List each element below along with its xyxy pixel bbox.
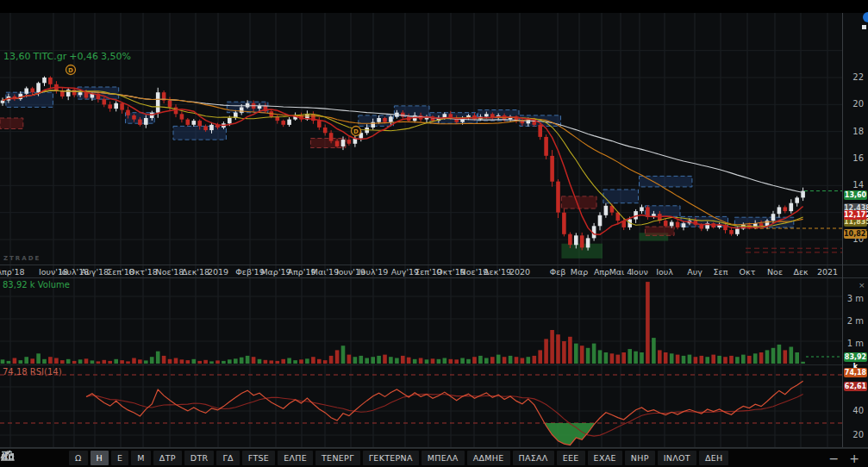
- price-badge-ma-orange-value: 10,827: [844, 229, 867, 239]
- x-axis-tick-label: 2019: [208, 267, 228, 277]
- x-axis-tick-label: Απρ: [594, 267, 609, 277]
- x-axis-tick-label: Οκτ'18: [128, 267, 158, 277]
- price-axis-tick-label: 22: [843, 72, 864, 82]
- x-axis-tick-label: Αυγ: [687, 267, 703, 277]
- timeframe-button-Ω[interactable]: Ω: [69, 451, 88, 465]
- price-axis-tick-label: 14: [843, 180, 864, 190]
- timeframe-button-Μ[interactable]: Μ: [131, 451, 151, 465]
- volume-last-value: 83,92 k: [3, 280, 35, 290]
- ticker-change-pct: 3,50%: [101, 51, 131, 62]
- volume-indicator-name: Volume: [38, 280, 70, 290]
- bar-chart-icon[interactable]: [798, 451, 819, 466]
- rsi-indicator-name: RSI(14): [30, 367, 62, 377]
- symbol-button-ΝΗΡ[interactable]: ΝΗΡ: [625, 451, 655, 465]
- rsi-badge-rsi-value: 74,18: [844, 368, 867, 377]
- symbol-button-ΑΔΜΗΕ[interactable]: ΑΔΜΗΕ: [467, 451, 510, 465]
- symbol-button-ΤΕΝΕΡΓ[interactable]: ΤΕΝΕΡΓ: [315, 451, 360, 465]
- x-axis-tick-label: Ιουλ: [656, 267, 673, 277]
- x-axis-tick-label: Απρ'18: [0, 267, 24, 277]
- symbol-button-ΜΠΕΛΑ[interactable]: ΜΠΕΛΑ: [422, 451, 465, 465]
- bottom-toolbar: i ΩΗΕΜΔΤΡDTRΓΔFTSEΕΛΠΕΤΕΝΕΡΓΓΕΚΤΕΡΝΑΜΠΕΛ…: [0, 448, 868, 467]
- x-axis-tick-label: Ιουν: [631, 267, 647, 277]
- symbol-button-ΔΕΗ[interactable]: ΔΕΗ: [699, 451, 729, 465]
- x-axis-tick-label: Μαρ'19: [260, 267, 290, 277]
- rsi-pane-label: 74,18 RSI(14): [3, 367, 62, 377]
- edge-widget-icon[interactable]: [863, 12, 868, 22]
- edge-marker: [862, 25, 866, 29]
- indicator-list-icon[interactable]: [47, 451, 67, 466]
- rsi-last-value: 74,18: [3, 367, 28, 377]
- symbol-button-ΓΔ[interactable]: ΓΔ: [216, 451, 239, 465]
- price-badge-ma-red-value: 12,172: [844, 210, 867, 220]
- draw-tool-icon[interactable]: [24, 451, 45, 466]
- x-axis-tick-label: Φεβ: [550, 267, 566, 277]
- x-axis-tick-label: Μαι'19: [311, 267, 339, 277]
- timeframe-button-Η[interactable]: Η: [91, 451, 109, 465]
- symbol-button-ΕΕΕ[interactable]: ΕΕΕ: [557, 451, 585, 465]
- price-axis-tick-label: 20: [843, 99, 864, 109]
- platform-watermark: ZTRADE: [3, 255, 41, 262]
- x-axis-tick-label: Νοε'18: [156, 267, 184, 277]
- x-axis-tick-label: 2021: [817, 267, 838, 277]
- symbol-button-ΕΧΑΕ[interactable]: ΕΧΑΕ: [588, 451, 622, 465]
- symbol-button-ΕΛΠΕ[interactable]: ΕΛΠΕ: [278, 451, 313, 465]
- volume-axis-tick-label: 3 m: [843, 294, 864, 303]
- rsi-axis-tick-label: 20: [843, 430, 864, 439]
- volume-axis-tick-label: 2 m: [843, 316, 864, 326]
- ticker-price: 13,60: [3, 51, 31, 62]
- timeframe-button-Ε[interactable]: Ε: [111, 451, 128, 465]
- symbol-button-DTR[interactable]: DTR: [184, 451, 215, 465]
- rsi-axis-tick-label: 40: [843, 406, 864, 415]
- x-axis-tick-label: Σεπ: [714, 267, 728, 277]
- x-axis-tick-label: Δεκ: [793, 267, 808, 277]
- line-chart-icon[interactable]: [772, 451, 793, 466]
- ticker-readout: 13,60TITC.gr+0,463,50%: [3, 51, 134, 62]
- x-axis-tick-label: Οκτ: [740, 267, 756, 277]
- symbol-button-ΠΑΣΑΛ[interactable]: ΠΑΣΑΛ: [513, 451, 554, 465]
- x-axis-tick-label: Δεκ'18: [182, 267, 209, 277]
- ticker-change: +0,46: [69, 51, 98, 62]
- price-axis-tick-label: 18: [843, 127, 864, 136]
- x-axis-tick-label: Δεκ'19: [484, 267, 511, 277]
- x-axis-tick-label: Αυγ'18: [81, 267, 109, 277]
- volume-pane-label: 83,92 k Volume: [3, 280, 70, 290]
- symbol-button-ΙΝΛΟΤ[interactable]: ΙΝΛΟΤ: [658, 451, 696, 465]
- x-axis-tick-label: 2020: [509, 267, 530, 277]
- rsi-badge-rsi-signal-value: 62,61: [844, 382, 867, 391]
- volume-badge-last-volume: 83,92 k: [844, 352, 867, 362]
- x-axis-tick-label: Νοε: [767, 267, 783, 277]
- symbol-button-ΓΕΚΤΕΡΝΑ[interactable]: ΓΕΚΤΕΡΝΑ: [363, 451, 419, 465]
- price-badge-last-price: 13,60: [844, 190, 867, 200]
- volume-axis-tick-label: 1 m: [843, 339, 864, 348]
- symbol-button-FTSE[interactable]: FTSE: [242, 451, 275, 465]
- zoom-out-button[interactable]: −: [829, 451, 840, 466]
- x-axis-tick-label: Μαρ: [571, 267, 589, 277]
- zoom-in-button[interactable]: +: [849, 451, 859, 466]
- x-axis-tick-label: Ιουλ'19: [359, 267, 388, 277]
- symbol-button-ΔΤΡ[interactable]: ΔΤΡ: [153, 451, 182, 465]
- ticker-symbol: TITC.gr: [34, 51, 67, 62]
- price-axis-tick-label: 16: [843, 153, 864, 163]
- trading-chart-window: DD 13,60TITC.gr+0,463,50% ZTRADE 83,92 k…: [0, 0, 868, 467]
- volume-pane-close-icon[interactable]: ×: [859, 281, 865, 290]
- x-axis-tick-label: Μαι 4: [609, 267, 633, 277]
